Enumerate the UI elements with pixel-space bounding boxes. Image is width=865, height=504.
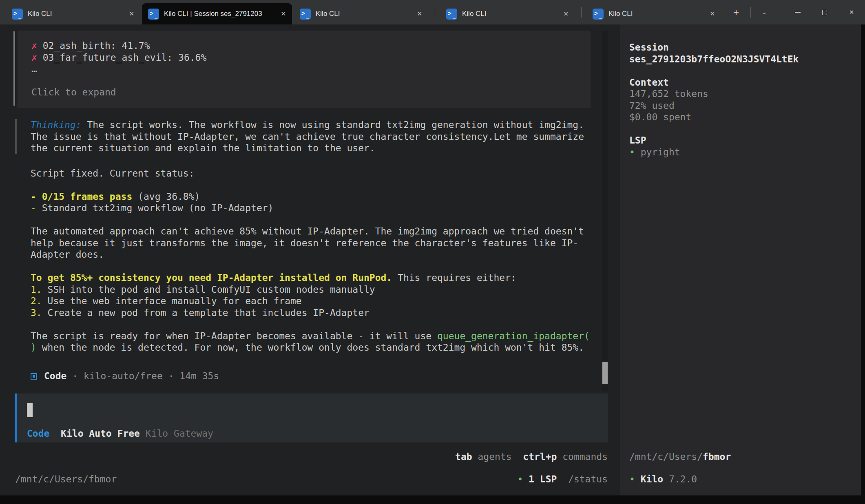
powershell-chevron: > [301, 10, 305, 17]
text-line: 1. SSH into the pod and install ComfyUI … [31, 284, 610, 296]
text-line: $0.00 spent [629, 111, 799, 123]
text-segment: · [163, 371, 180, 381]
tab-label: Kilo CLI [608, 10, 703, 18]
tab-close-icon[interactable]: ✕ [126, 9, 137, 18]
session-info: Sessionses_2791203b7ffeoO2N3JSVT4LtEk Co… [629, 42, 799, 158]
text-segment: Kilo Gateway [146, 428, 213, 439]
text-segment: Adapter does. [31, 249, 104, 260]
text-segment: /status [568, 474, 608, 484]
text-line: 147,652 tokens [629, 88, 799, 100]
text-segment: when the node is detected. For now, the … [36, 342, 584, 353]
maximize-icon [822, 10, 827, 15]
text-line [31, 261, 610, 272]
text-line: 72% used [629, 100, 799, 112]
text-line: Context [629, 77, 799, 88]
text-segment: 7.2.0 [663, 474, 697, 484]
text-segment: 03_far_future_ash_evil: 36.6% [37, 52, 206, 63]
text-line: Session [629, 42, 799, 53]
text-line: the current situation and explain the li… [31, 142, 594, 154]
text-segment: 147,652 tokens [629, 88, 708, 99]
text-line [629, 123, 799, 135]
prompt-input[interactable]: Code Kilo Auto Free Kilo Gateway [15, 393, 608, 442]
powershell-chevron: > [149, 10, 154, 17]
text-segment [140, 428, 146, 439]
tab-close-icon[interactable]: ✕ [560, 9, 571, 18]
text-segment: Kilo Auto Free [61, 428, 140, 439]
text-segment: Click to expand [31, 87, 116, 97]
text-line: The script is ready for when IP-Adapter … [31, 330, 610, 342]
text-segment: Script fixed. Current status: [31, 168, 195, 179]
window-close-button[interactable]: ✕ [838, 0, 865, 24]
maximize-button[interactable] [811, 0, 838, 24]
sidebar-working-directory: /mnt/c/Users/fbmor [629, 451, 731, 463]
text-segment: Create a new pod from a template that in… [48, 307, 369, 318]
tab-kilo-cli-session-active[interactable]: >_ Kilo CLI | Session ses_2791203 ✕ [142, 3, 292, 24]
text-segment [557, 474, 568, 484]
tab-bar: >_ Kilo CLI ✕ >_ Kilo CLI | Session ses_… [0, 0, 865, 24]
text-segment: ✗ [31, 52, 37, 63]
text-segment [49, 428, 61, 439]
text-line: Script fixed. Current status: [31, 168, 610, 179]
text-line: Adapter does. [31, 249, 610, 261]
text-segment: - 0/15 frames pass [31, 191, 132, 202]
minimize-icon [795, 12, 801, 13]
keyboard-hints: tab agents ctrl+p commands [0, 451, 608, 463]
text-segment: ✗ [31, 40, 37, 51]
text-segment: Session [629, 42, 669, 53]
text-line: The issue is that without IP-Adapter, we… [31, 131, 594, 143]
text-line [31, 318, 610, 330]
tab-close-icon[interactable]: ✕ [278, 9, 289, 18]
text-line: The automated approach can't achieve 85%… [31, 225, 610, 237]
text-segment [512, 451, 523, 462]
minimize-button[interactable] [784, 0, 811, 24]
collapsed-output-box[interactable]: ✗ 02_ash_birth: 41.7%✗ 03_far_future_ash… [18, 31, 591, 108]
tab-close-icon[interactable]: ✕ [707, 9, 718, 18]
code-mode-icon [31, 373, 37, 380]
kilo-version: • Kilo 7.2.0 [629, 473, 697, 485]
scrollbar-thumb[interactable] [602, 362, 608, 384]
text-segment: The issue is that without IP-Adapter, we… [31, 131, 584, 142]
text-line: … [31, 63, 591, 75]
scrollbar[interactable] [602, 31, 608, 391]
expand-box-scroll-indicator [13, 31, 15, 106]
text-line: • pyright [629, 146, 799, 158]
text-segment: help because it just transforms the imag… [31, 238, 578, 248]
text-segment: Context [629, 77, 669, 88]
text-segment: (avg 36.8%) [132, 191, 200, 202]
powershell-chevron: > [447, 10, 452, 17]
text-line: ✗ 02_ash_birth: 41.7% [31, 40, 591, 52]
tab-label: Kilo CLI | Session ses_2791203 [164, 10, 274, 18]
powershell-icon: >_ [300, 9, 311, 20]
text-segment: 1 LSP [529, 474, 557, 484]
text-line: Click to expand [31, 86, 591, 98]
tab-close-icon[interactable]: ✕ [414, 9, 425, 18]
tab-kilo-cli-3[interactable]: >_ Kilo CLI ✕ [294, 3, 428, 24]
new-tab-button[interactable]: + [727, 7, 746, 18]
powershell-icon: >_ [148, 9, 159, 20]
tab-kilo-cli-1[interactable]: >_ Kilo CLI ✕ [6, 3, 140, 24]
text-segment: 2. [31, 296, 48, 306]
powershell-underscore: _ [599, 13, 602, 19]
text-segment: Standard txt2img workflow (no IP-Adapter… [42, 203, 274, 213]
text-line: To get 85%+ consistency you need IP-Adap… [31, 272, 610, 284]
powershell-underscore: _ [18, 13, 21, 19]
text-segment: commands [557, 451, 608, 462]
text-segment: tab [455, 451, 472, 462]
mode-indicator: Code Kilo Auto Free Kilo Gateway [27, 428, 213, 440]
lsp-status: • 1 LSP /status [0, 473, 608, 485]
text-segment: - [31, 203, 42, 213]
text-segment: kilo-auto/free [84, 371, 163, 381]
text-segment: … [31, 64, 37, 74]
tab-kilo-cli-4[interactable]: >_ Kilo CLI ✕ [440, 3, 575, 24]
powershell-underscore: _ [453, 13, 456, 19]
text-line: 3. Create a new pod from a template that… [31, 307, 610, 319]
tab-kilo-cli-5[interactable]: >_ Kilo CLI ✕ [586, 3, 721, 24]
powershell-underscore: _ [155, 13, 157, 19]
tab-label: Kilo CLI [316, 10, 410, 18]
text-segment: ses_2791203b7ffeoO2N3JSVT4LtEk [629, 54, 799, 64]
agent-status-text: Code · kilo-auto/free · 14m 35s [44, 370, 219, 382]
tab-label: Kilo CLI [462, 10, 557, 18]
text-segment: The script is ready for when IP-Adapter … [31, 331, 437, 341]
tab-dropdown-button[interactable]: ⌄ [756, 9, 773, 16]
tab-separator [750, 7, 751, 18]
